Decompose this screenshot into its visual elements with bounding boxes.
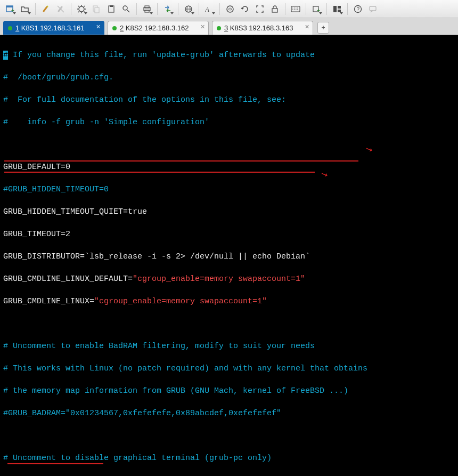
svg-point-5 xyxy=(79,6,84,12)
config-line: GRUB_DISTRIBUTOR=`lsb_release -i -s 2> /… xyxy=(0,251,458,262)
toolbar-separator xyxy=(285,3,285,15)
disconnect-icon[interactable] xyxy=(54,2,68,16)
annotation-underline xyxy=(4,160,358,162)
comment-line: # the memory map information from GRUB (… xyxy=(0,385,458,397)
paste-icon[interactable] xyxy=(104,2,118,16)
svg-rect-9 xyxy=(110,5,113,7)
toolbar-separator xyxy=(306,3,306,15)
annotation-underline xyxy=(7,463,103,464)
tab-label: K8S1 192.168.3.161 xyxy=(21,24,85,32)
svg-rect-7 xyxy=(95,7,99,13)
tab-index: 3 xyxy=(224,24,228,32)
fullscreen-icon[interactable] xyxy=(253,2,267,16)
config-line: GRUB_TIMEOUT=2 xyxy=(0,229,458,240)
toolbar-separator xyxy=(35,3,36,15)
blank-line xyxy=(0,139,458,150)
reconnect-icon[interactable] xyxy=(39,2,53,16)
script-icon[interactable] xyxy=(223,2,237,16)
main-toolbar: + A xyxy=(0,0,458,18)
svg-point-3 xyxy=(47,5,48,7)
comment-line: If you change this file, run 'update-gru… xyxy=(8,51,315,60)
tab-session-3[interactable]: 3 K8S3 192.168.3.163 ✕ xyxy=(212,21,313,35)
tab-session-2[interactable]: 2 K8S2 192.168.3.162 ✕ xyxy=(108,21,209,35)
font-icon[interactable]: A xyxy=(202,2,216,16)
tab-label: K8S3 192.168.3.163 xyxy=(230,24,293,32)
comment-line: # info -f grub -n 'Simple configuration' xyxy=(0,117,458,128)
globe-icon[interactable] xyxy=(182,2,195,16)
toolbar-separator xyxy=(71,3,71,15)
comment-line: # Uncomment to disable graphical termina… xyxy=(0,453,458,464)
tab-index: 2 xyxy=(120,24,124,32)
svg-point-10 xyxy=(123,6,127,10)
comment-line: # This works with Linux (no patch requir… xyxy=(0,363,458,374)
help-icon[interactable]: ? xyxy=(351,2,365,16)
comment-line: #GRUB_HIDDEN_TIMEOUT=0 xyxy=(0,184,458,195)
session-tab-bar: 1 K8S1 192.168.3.161 ✕ 2 K8S2 192.168.3.… xyxy=(0,18,458,35)
loop-icon[interactable] xyxy=(238,2,252,16)
print-icon[interactable] xyxy=(140,2,154,16)
tab-label: K8S2 192.168.3.162 xyxy=(126,24,189,32)
svg-line-11 xyxy=(127,10,129,12)
cursor: # xyxy=(3,51,8,60)
comment-line: # Uncomment to enable BadRAM filtering, … xyxy=(0,341,458,352)
config-line: GRUB_CMDLINE_LINUX_DEFAULT="cgroup_enabl… xyxy=(0,273,458,285)
svg-rect-31 xyxy=(370,6,376,11)
keyboard-icon[interactable] xyxy=(289,2,302,16)
svg-rect-21 xyxy=(291,6,300,12)
terminal-output[interactable]: # If you change this file, run 'update-g… xyxy=(0,35,458,476)
copy-icon[interactable] xyxy=(89,2,103,16)
svg-text:A: A xyxy=(205,5,209,13)
comment-line: # /boot/grub/grub.cfg. xyxy=(0,72,458,83)
find-icon[interactable] xyxy=(119,2,133,16)
layout-icon[interactable] xyxy=(330,2,344,16)
toolbar-separator xyxy=(199,3,199,15)
transfer-icon[interactable] xyxy=(161,2,175,16)
annotation-underline xyxy=(4,172,315,173)
svg-rect-27 xyxy=(338,6,341,9)
status-dot-icon xyxy=(112,26,117,30)
config-line: GRUB_CMDLINE_LINUX="cgroup_enable=memory… xyxy=(0,296,458,307)
config-line: GRUB_DEFAULT=0 xyxy=(0,162,458,173)
tab-session-1[interactable]: 1 K8S1 192.168.3.161 ✕ xyxy=(3,21,104,35)
lock-icon[interactable] xyxy=(268,2,282,16)
svg-point-19 xyxy=(227,6,233,12)
open-icon[interactable] xyxy=(18,2,32,16)
properties-icon[interactable] xyxy=(75,2,88,16)
tab-close-icon[interactable]: ✕ xyxy=(200,24,205,30)
chat-icon[interactable] xyxy=(366,2,380,16)
svg-rect-20 xyxy=(272,9,277,12)
add-tab-icon[interactable]: + xyxy=(309,2,323,16)
toolbar-separator xyxy=(326,3,327,15)
toolbar-separator xyxy=(136,3,137,15)
toolbar-separator xyxy=(219,3,220,15)
tab-index: 1 xyxy=(15,24,19,32)
tab-close-icon[interactable]: ✕ xyxy=(305,24,309,30)
status-dot-icon xyxy=(8,26,12,30)
comment-line: # For full documentation of the options … xyxy=(0,94,458,106)
toolbar-separator xyxy=(157,3,158,15)
status-dot-icon xyxy=(217,26,221,30)
svg-rect-26 xyxy=(333,6,337,12)
new-tab-button[interactable]: + xyxy=(317,22,329,34)
new-session-icon[interactable]: + xyxy=(3,2,17,16)
svg-text:?: ? xyxy=(357,6,360,12)
toolbar-separator xyxy=(347,3,348,15)
blank-line xyxy=(0,430,458,441)
blank-line xyxy=(0,318,458,329)
tab-close-icon[interactable]: ✕ xyxy=(96,24,101,30)
config-line: GRUB_HIDDEN_TIMEOUT_QUIET=true xyxy=(0,206,458,217)
toolbar-separator xyxy=(178,3,178,15)
comment-line: #GRUB_BADRAM="0x01234567,0xfefefefe,0x89… xyxy=(0,408,458,419)
